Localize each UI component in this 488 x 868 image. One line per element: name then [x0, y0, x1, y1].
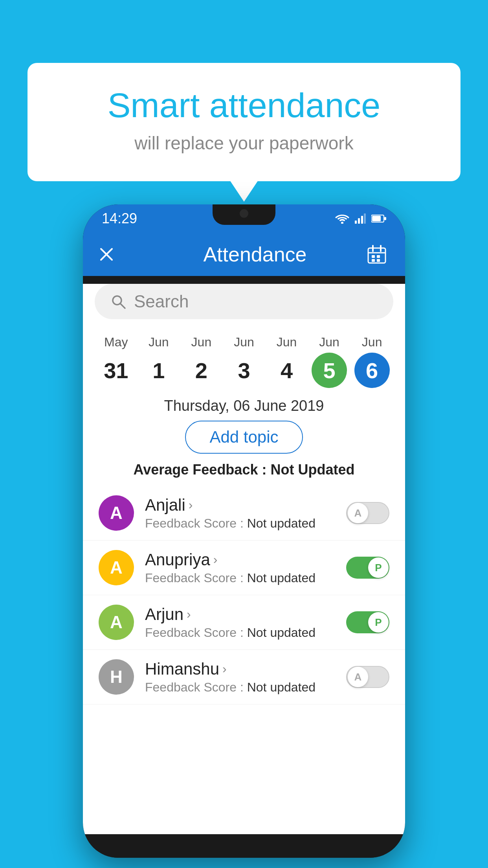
- svg-point-0: [341, 222, 343, 224]
- calendar-day[interactable]: Jun5: [310, 335, 349, 388]
- svg-line-19: [120, 303, 125, 308]
- svg-rect-1: [355, 221, 357, 224]
- svg-rect-7: [384, 217, 386, 220]
- status-time: 14:29: [102, 210, 137, 227]
- chevron-right-icon: ›: [213, 552, 218, 567]
- student-name: Himanshu ›: [145, 660, 335, 679]
- search-icon: [110, 294, 126, 309]
- feedback-value: Not updated: [247, 516, 316, 530]
- cal-date-number[interactable]: 1: [141, 353, 176, 388]
- student-info: Anupriya ›Feedback Score : Not updated: [145, 550, 335, 585]
- status-icons: [335, 213, 386, 224]
- svg-rect-2: [358, 218, 360, 224]
- student-avatar: A: [99, 605, 134, 640]
- calendar-day[interactable]: Jun3: [224, 335, 264, 388]
- cal-date-number[interactable]: 6: [354, 353, 390, 388]
- cal-month-label: Jun: [149, 335, 169, 349]
- average-feedback-value: Not Updated: [270, 462, 354, 478]
- student-info: Arjun ›Feedback Score : Not updated: [145, 605, 335, 640]
- calendar-strip: May31Jun1Jun2Jun3Jun4Jun5Jun6: [83, 327, 405, 388]
- chevron-right-icon: ›: [187, 607, 191, 622]
- toggle-knob: A: [348, 503, 368, 523]
- average-feedback-label: Average Feedback :: [134, 462, 271, 478]
- cal-date-number[interactable]: 4: [269, 353, 305, 388]
- svg-rect-14: [372, 255, 375, 258]
- cal-month-label: Jun: [191, 335, 212, 349]
- calendar-day[interactable]: Jun6: [352, 335, 392, 388]
- student-info: Anjali ›Feedback Score : Not updated: [145, 496, 335, 531]
- speech-bubble-container: Smart attendance will replace your paper…: [28, 63, 460, 181]
- wifi-icon: [335, 213, 349, 224]
- attendance-toggle[interactable]: P: [346, 557, 389, 579]
- student-avatar: A: [99, 550, 134, 585]
- screen-content: Search May31Jun1Jun2Jun3Jun4Jun5Jun6 Thu…: [83, 284, 405, 834]
- student-feedback: Feedback Score : Not updated: [145, 571, 335, 585]
- svg-rect-6: [372, 216, 381, 221]
- student-avatar: H: [99, 659, 134, 695]
- student-avatar: A: [99, 495, 134, 531]
- feedback-value: Not updated: [247, 680, 316, 694]
- feedback-value: Not updated: [247, 625, 316, 640]
- cal-month-label: Jun: [234, 335, 254, 349]
- svg-rect-16: [372, 259, 375, 262]
- speech-bubble-subtitle: will replace your paperwork: [59, 132, 429, 154]
- student-feedback: Feedback Score : Not updated: [145, 625, 335, 640]
- chevron-right-icon: ›: [222, 662, 227, 676]
- speech-bubble-title: Smart attendance: [59, 86, 429, 125]
- calendar-button[interactable]: [364, 242, 389, 267]
- phone: 14:29: [83, 204, 405, 858]
- student-name: Anupriya ›: [145, 550, 335, 569]
- cal-date-number[interactable]: 5: [312, 353, 347, 388]
- toggle-switch[interactable]: P: [346, 557, 389, 579]
- calendar-day[interactable]: Jun2: [182, 335, 221, 388]
- attendance-toggle[interactable]: A: [346, 502, 389, 524]
- attendance-toggle[interactable]: A: [346, 666, 389, 688]
- student-feedback: Feedback Score : Not updated: [145, 680, 335, 695]
- average-feedback: Average Feedback : Not Updated: [83, 462, 405, 478]
- toggle-switch[interactable]: A: [346, 666, 389, 688]
- feedback-value: Not updated: [247, 571, 316, 585]
- calendar-day[interactable]: Jun4: [267, 335, 306, 388]
- student-name: Arjun ›: [145, 605, 335, 624]
- student-name: Anjali ›: [145, 496, 335, 515]
- selected-date-label: Thursday, 06 June 2019: [83, 397, 405, 414]
- student-list-item[interactable]: HHimanshu ›Feedback Score : Not updatedA: [83, 650, 405, 704]
- toggle-switch[interactable]: A: [346, 502, 389, 524]
- students-list: AAnjali ›Feedback Score : Not updatedAAA…: [83, 486, 405, 704]
- chevron-right-icon: ›: [189, 498, 193, 512]
- cal-date-number[interactable]: 31: [98, 353, 134, 388]
- search-input[interactable]: Search: [134, 292, 189, 311]
- app-bar: Attendance: [83, 233, 405, 276]
- student-feedback: Feedback Score : Not updated: [145, 516, 335, 531]
- toggle-knob: P: [368, 557, 389, 578]
- cal-month-label: Jun: [362, 335, 382, 349]
- app-bar-title: Attendance: [126, 243, 384, 266]
- svg-rect-15: [377, 255, 380, 258]
- cal-month-label: May: [104, 335, 128, 349]
- phone-bottom: [83, 834, 405, 858]
- close-button[interactable]: [99, 246, 114, 262]
- svg-rect-3: [361, 216, 363, 224]
- toggle-knob: P: [368, 612, 389, 633]
- cal-date-number[interactable]: 2: [183, 353, 219, 388]
- calendar-day[interactable]: May31: [96, 335, 136, 388]
- student-list-item[interactable]: AArjun ›Feedback Score : Not updatedP: [83, 595, 405, 650]
- toggle-knob: A: [348, 667, 368, 687]
- cal-date-number[interactable]: 3: [226, 353, 262, 388]
- cal-month-label: Jun: [277, 335, 297, 349]
- signal-icon: [355, 213, 366, 224]
- add-topic-button[interactable]: Add topic: [185, 421, 303, 454]
- phone-wrapper: 14:29: [83, 204, 405, 858]
- toggle-switch[interactable]: P: [346, 611, 389, 633]
- battery-icon: [371, 214, 386, 223]
- student-info: Himanshu ›Feedback Score : Not updated: [145, 660, 335, 695]
- calendar-day[interactable]: Jun1: [139, 335, 178, 388]
- student-list-item[interactable]: AAnupriya ›Feedback Score : Not updatedP: [83, 541, 405, 595]
- attendance-toggle[interactable]: P: [346, 611, 389, 633]
- search-bar[interactable]: Search: [95, 284, 393, 319]
- phone-notch: [213, 204, 275, 225]
- cal-month-label: Jun: [319, 335, 339, 349]
- student-list-item[interactable]: AAnjali ›Feedback Score : Not updatedA: [83, 486, 405, 541]
- svg-rect-4: [364, 213, 366, 224]
- svg-rect-17: [377, 259, 380, 262]
